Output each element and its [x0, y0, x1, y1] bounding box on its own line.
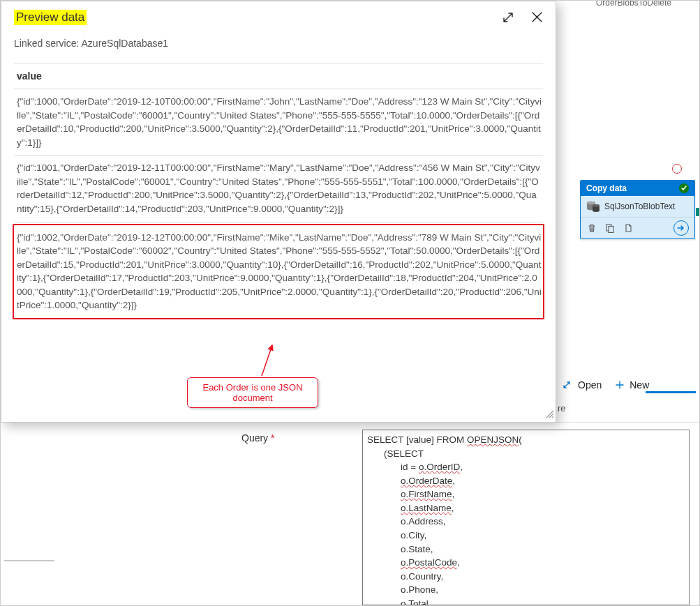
- table-row[interactable]: {"id":1000,"OrderDate":"2019-12-10T00:00…: [14, 89, 543, 156]
- canvas-item-label: OrderBlobsToDelete: [596, 0, 671, 8]
- copy-icon[interactable]: [623, 222, 634, 234]
- expand-arrow-icon[interactable]: [673, 220, 689, 236]
- activity-connector[interactable]: [696, 208, 700, 216]
- tab-underline: [646, 391, 696, 393]
- panel-title: Preview data: [14, 10, 87, 25]
- truncated-label: re: [558, 403, 566, 414]
- open-button[interactable]: Open: [563, 379, 602, 391]
- open-label: Open: [578, 379, 602, 391]
- svg-line-6: [262, 345, 272, 376]
- query-textarea[interactable]: SELECT [value] FROM OPENJSON((SELECTid =…: [362, 430, 690, 605]
- query-section: Query * SELECT [value] FROM OPENJSON((SE…: [1, 422, 699, 605]
- copy-data-activity[interactable]: Copy data SqlJsonToBlobText: [580, 180, 695, 239]
- svg-rect-5: [609, 227, 613, 233]
- annotation-callout: Each Order is one JSON document: [187, 377, 318, 408]
- expand-icon[interactable]: [502, 11, 514, 26]
- clone-icon[interactable]: [604, 222, 616, 234]
- table-row[interactable]: {"id":1002,"OrderDate":"2019-12-12T00:00…: [13, 224, 544, 319]
- column-header: value: [14, 63, 543, 89]
- activity-type-label: Copy data: [586, 183, 627, 193]
- table-row[interactable]: {"id":1001,"OrderDate":"2019-12-11T00:00…: [14, 156, 543, 222]
- annotation-arrow: [260, 342, 281, 377]
- svg-point-1: [587, 202, 595, 205]
- validation-error-icon[interactable]: [672, 164, 682, 174]
- delete-icon[interactable]: [586, 222, 597, 234]
- new-button[interactable]: New: [614, 379, 649, 391]
- close-icon[interactable]: [531, 11, 543, 26]
- query-label: Query *: [241, 432, 274, 444]
- linked-service-row: Linked service: AzureSqlDatabase1: [14, 38, 543, 49]
- database-icon: [586, 200, 600, 213]
- svg-point-3: [593, 204, 600, 207]
- decorative-line: [4, 560, 54, 561]
- activity-name-label: SqlJsonToBlobText: [604, 202, 675, 211]
- check-icon: [679, 183, 689, 193]
- resize-handle-icon[interactable]: [544, 409, 554, 421]
- new-label: New: [630, 379, 649, 391]
- preview-table: value {"id":1000,"OrderDate":"2019-12-10…: [14, 63, 543, 319]
- preview-data-panel: Preview data Linked service: AzureSqlDat…: [1, 1, 556, 423]
